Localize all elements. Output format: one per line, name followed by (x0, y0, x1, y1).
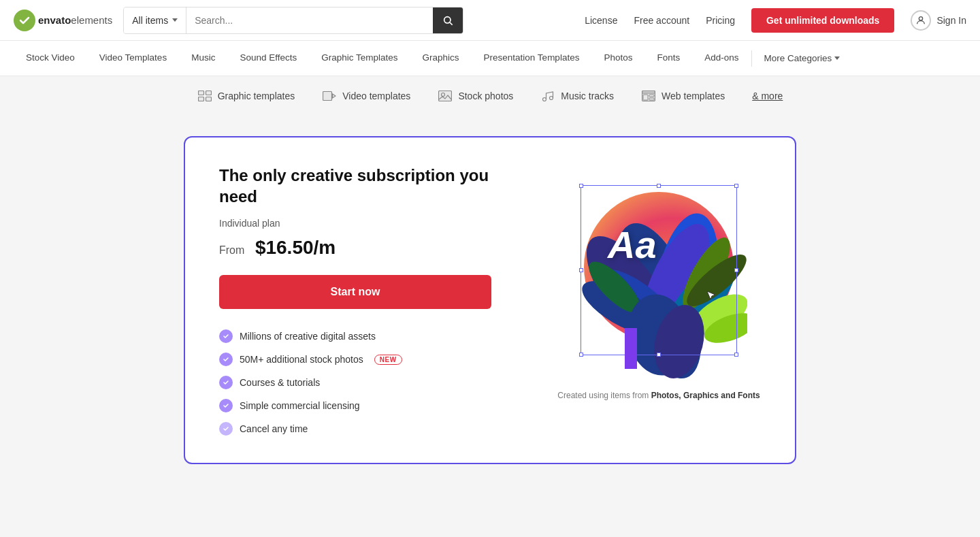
stock-photos-icon (438, 90, 453, 102)
chevron-down-icon (834, 56, 840, 60)
search-button[interactable] (433, 7, 463, 33)
selection-handle (734, 184, 738, 188)
selection-handle (657, 353, 661, 357)
promo-plan: Individual plan (219, 218, 529, 229)
svg-rect-14 (642, 91, 655, 94)
subcategory-music-tracks[interactable]: Music tracks (540, 90, 614, 102)
promo-right: Aa Created using items from Photos, Grap… (557, 165, 761, 400)
cursor-icon (706, 290, 717, 301)
nav-graphics[interactable]: Graphics (410, 41, 472, 76)
feature-item: Courses & tutorials (219, 376, 529, 389)
subcategory-video-templates[interactable]: Video templates (322, 90, 410, 102)
top-nav: License Free account Pricing Get unlimit… (585, 8, 966, 33)
nav-free-account[interactable]: Free account (634, 15, 689, 26)
promo-card: The only creative subscription you need … (184, 136, 796, 464)
get-unlimited-button[interactable]: Get unlimited downloads (751, 8, 894, 33)
subcategory-more-label: & more (752, 91, 783, 101)
subcategory-music-tracks-label: Music tracks (561, 91, 614, 101)
category-nav: Stock Video Video Templates Music Sound … (0, 41, 980, 76)
nav-sound-effects[interactable]: Sound Effects (227, 41, 309, 76)
subcategory-graphic-templates-label: Graphic templates (218, 91, 295, 101)
header: envatoelements All items License Free ac… (0, 0, 980, 41)
selection-handle (734, 353, 738, 357)
nav-video-templates[interactable]: Video Templates (87, 41, 179, 76)
check-icon (219, 422, 233, 436)
selection-handle (579, 184, 583, 188)
feature-item: Simple commercial licensing (219, 399, 529, 412)
svg-line-2 (450, 22, 453, 25)
subcategory-web-templates-label: Web templates (662, 91, 725, 101)
feature-label: Cancel any time (240, 423, 308, 434)
check-icon (219, 376, 233, 389)
nav-photos[interactable]: Photos (591, 41, 644, 76)
promo-caption-prefix: Created using items from (557, 391, 651, 400)
subcategory-stock-photos-label: Stock photos (458, 91, 513, 101)
svg-point-12 (550, 97, 553, 100)
all-items-dropdown[interactable]: All items (124, 7, 186, 33)
check-icon (219, 353, 233, 366)
check-icon (219, 329, 233, 343)
promo-left: The only creative subscription you need … (219, 165, 529, 436)
start-now-button[interactable]: Start now (219, 275, 491, 309)
svg-rect-9 (439, 91, 452, 101)
main-content: The only creative subscription you need … (0, 116, 980, 485)
svg-point-1 (444, 16, 451, 22)
features-list: Millions of creative digital assets 50M+… (219, 329, 529, 436)
promo-caption: Created using items from Photos, Graphic… (557, 391, 760, 400)
user-avatar-icon (911, 10, 931, 31)
more-categories-button[interactable]: More Categories (752, 41, 853, 76)
search-input[interactable] (186, 7, 433, 33)
feature-label: 50M+ additional stock photos (240, 354, 363, 365)
purple-bar (625, 328, 637, 369)
nav-graphic-templates[interactable]: Graphic Templates (309, 41, 410, 76)
nav-add-ons[interactable]: Add-ons (692, 41, 751, 76)
subcategory-bar: Graphic templates Video templates Stock … (0, 76, 980, 116)
promo-price-value: $16.50/m (255, 237, 336, 258)
svg-rect-8 (323, 92, 332, 101)
svg-rect-7 (206, 97, 211, 101)
aa-typography-text: Aa (608, 226, 657, 264)
feature-item: Millions of creative digital assets (219, 329, 529, 343)
dropdown-label: All items (132, 15, 168, 26)
promo-illustration: Aa (570, 165, 747, 383)
svg-rect-6 (198, 97, 203, 101)
feature-label: Courses & tutorials (240, 377, 320, 388)
feature-label: Millions of creative digital assets (240, 331, 376, 342)
nav-music[interactable]: Music (179, 41, 227, 76)
nav-presentation-templates[interactable]: Presentation Templates (472, 41, 592, 76)
nav-fonts[interactable]: Fonts (644, 41, 692, 76)
selection-handle (579, 353, 583, 357)
search-bar: All items (123, 7, 463, 34)
promo-price: From $16.50/m (219, 237, 529, 259)
sign-in-area[interactable]: Sign In (911, 10, 966, 31)
logo[interactable]: envatoelements (14, 10, 112, 31)
feature-item: 50M+ additional stock photos NEW (219, 353, 529, 366)
music-tracks-icon (540, 90, 555, 102)
svg-rect-4 (198, 91, 203, 95)
promo-title: The only creative subscription you need (219, 165, 529, 207)
subcategory-more-link[interactable]: & more (752, 91, 783, 101)
subcategory-web-templates[interactable]: Web templates (641, 90, 725, 102)
selection-box (581, 185, 737, 355)
video-templates-icon (322, 90, 337, 102)
svg-point-3 (919, 16, 923, 20)
new-badge: NEW (374, 355, 402, 365)
sign-in-label: Sign In (936, 15, 966, 26)
subcategory-video-templates-label: Video templates (342, 91, 410, 101)
nav-pricing[interactable]: Pricing (706, 15, 735, 26)
logo-text: envatoelements (38, 14, 112, 27)
selection-handle (657, 184, 661, 188)
nav-license[interactable]: License (585, 15, 617, 26)
feature-item: Cancel any time (219, 422, 529, 436)
subcategory-stock-photos[interactable]: Stock photos (438, 90, 513, 102)
svg-point-11 (543, 98, 546, 101)
svg-point-0 (14, 10, 35, 31)
subcategory-graphic-templates[interactable]: Graphic templates (197, 90, 295, 102)
web-templates-icon (641, 90, 656, 102)
promo-caption-links: Photos, Graphics and Fonts (651, 391, 760, 400)
selection-handle (734, 268, 738, 272)
feature-label: Simple commercial licensing (240, 400, 360, 411)
nav-stock-video[interactable]: Stock Video (14, 41, 87, 76)
chevron-down-icon (172, 18, 178, 22)
search-icon (442, 15, 453, 26)
